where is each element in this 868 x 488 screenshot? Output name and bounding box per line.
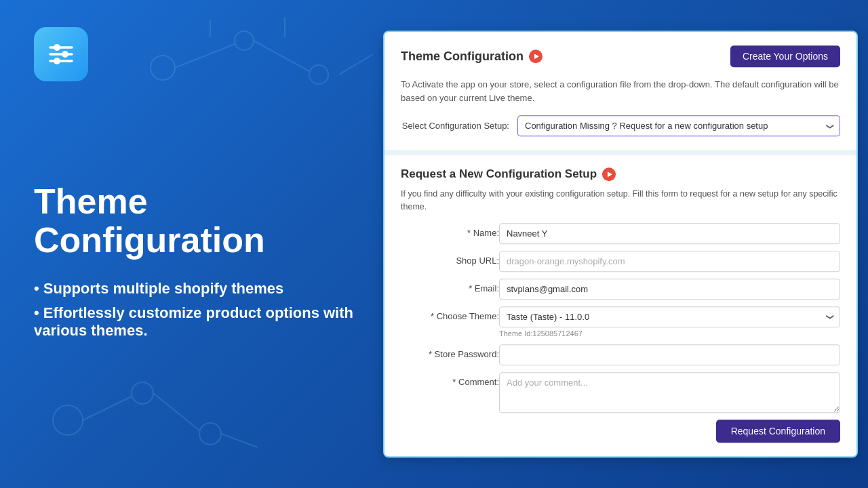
theme-select[interactable]: Taste (Taste) - 11.0.0	[499, 306, 840, 327]
svg-point-17	[62, 51, 68, 58]
theme-field-group: * Choose Theme: Taste (Taste) - 11.0.0 T…	[401, 306, 840, 338]
config-select[interactable]: Configuration Missing ? Request for a ne…	[517, 115, 840, 136]
email-field-group: * Email:	[401, 279, 840, 300]
request-config-section: Request a New Configuration Setup If you…	[384, 155, 856, 456]
section1-title: Theme Configuration	[401, 49, 542, 64]
sliders-icon	[45, 38, 77, 70]
app-icon	[34, 27, 88, 81]
theme-select-container: Taste (Taste) - 11.0.0 Theme Id:12508571…	[499, 306, 840, 338]
config-select-row: Select Configuration Setup: Configuratio…	[401, 115, 840, 136]
svg-point-19	[54, 58, 60, 64]
shop-url-input[interactable]	[499, 251, 840, 272]
email-label: * Email:	[401, 279, 499, 293]
theme-config-section: Theme Configuration Create Your Options …	[384, 32, 856, 155]
name-label: * Name:	[401, 223, 499, 238]
theme-label: * Choose Theme:	[401, 306, 499, 321]
request-configuration-button[interactable]: Request Configuration	[716, 420, 840, 443]
right-panel: Theme Configuration Create Your Options …	[383, 30, 858, 458]
theme-config-description: To Activate the app on your store, selec…	[401, 78, 840, 104]
shop-url-field-group: Shop URL:	[401, 251, 840, 272]
name-input[interactable]	[499, 223, 840, 244]
comment-field-group: * Comment:	[401, 372, 840, 413]
shop-url-label: Shop URL:	[401, 251, 499, 266]
main-title: Theme Configuration	[34, 182, 380, 260]
section2-title-text: Request a New Configuration Setup	[401, 167, 597, 181]
email-input[interactable]	[499, 279, 840, 300]
feature-item-1: Supports multiple shopify themes	[34, 280, 380, 298]
theme-config-header: Theme Configuration Create Your Options	[401, 45, 840, 67]
store-password-label: * Store Password:	[401, 344, 499, 359]
section1-title-text: Theme Configuration	[401, 49, 524, 64]
request-config-description: If you find any difficulty with your exi…	[401, 188, 840, 214]
feature-item-2: Effortlessly customize product options w…	[34, 304, 380, 340]
left-panel: Theme Configuration Supports multiple sh…	[20, 0, 380, 488]
comment-label: * Comment:	[401, 372, 499, 387]
store-password-input[interactable]	[499, 344, 840, 365]
create-options-button[interactable]: Create Your Options	[730, 45, 840, 67]
name-field-group: * Name:	[401, 223, 840, 244]
features-list: Supports multiple shopify themes Effortl…	[34, 280, 380, 340]
left-text-block: Theme Configuration Supports multiple sh…	[34, 182, 380, 346]
play-icon-2	[602, 167, 616, 181]
config-select-label: Select Configuration Setup:	[401, 121, 509, 131]
theme-select-wrapper[interactable]: Taste (Taste) - 11.0.0	[499, 306, 840, 327]
play-icon-1	[529, 49, 542, 63]
svg-point-15	[54, 44, 60, 51]
config-select-wrapper[interactable]: Configuration Missing ? Request for a ne…	[517, 115, 840, 136]
store-password-field-group: * Store Password:	[401, 344, 840, 365]
theme-id-hint: Theme Id:125085712467	[499, 329, 840, 338]
comment-textarea[interactable]	[499, 372, 840, 413]
section2-header: Request a New Configuration Setup	[401, 167, 840, 181]
